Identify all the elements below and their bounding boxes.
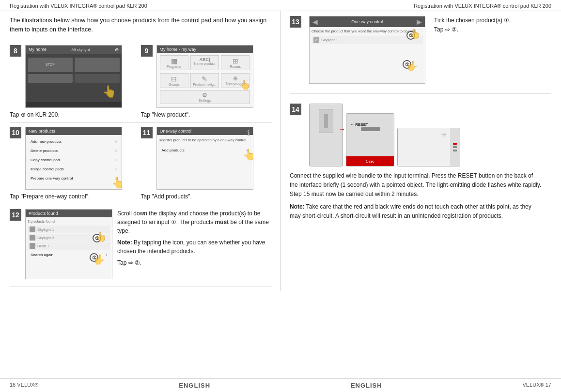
step-12-number: 12 xyxy=(10,209,21,221)
step10-menu-prepare: Prepare one-way control› 👆 xyxy=(28,174,120,182)
page-footer: 16 VELUX® ENGLISH ENGLISH VELUX® 17 xyxy=(0,378,561,392)
step14-caption-text: Connect the supplied wire bundle to the … xyxy=(290,171,542,199)
step-10-header: 10 New products Add new products› xyxy=(10,127,136,190)
step12-note-text: By tapping the icon, you can see whether… xyxy=(117,239,265,255)
step-12-image: Products found 3 products found Skylight… xyxy=(25,209,112,279)
step14-one-sec-label: 1 sec xyxy=(366,160,374,163)
step12-caption-main: Scroll down the display and choose the p… xyxy=(117,209,272,235)
footer-english-right: ENGLISH xyxy=(351,382,382,389)
step10-menu-delete: Delete products› xyxy=(28,147,120,155)
step-10-block: 10 New products Add new products› xyxy=(10,123,141,205)
step-8-number: 8 xyxy=(10,45,21,57)
step-10-caption: Tap "Prepare one-way control". xyxy=(10,193,136,201)
step14-note-label: Note: xyxy=(290,203,305,210)
step-9-image: My home - my way ▦ Programs ABC| xyxy=(156,45,253,108)
footer-left: 16 VELUX® xyxy=(10,382,38,389)
step-9-number: 9 xyxy=(141,45,153,57)
step-13-row: 13 ◀ One-way control ▶ Choose the produc… xyxy=(290,16,551,84)
step12-screen-title: Products found xyxy=(29,211,58,216)
page-header: Registration with VELUX INTEGRA® control… xyxy=(0,0,561,11)
step14-reset-label: ← RESET xyxy=(350,122,368,127)
step-14-number: 14 xyxy=(290,104,301,115)
step12-circle-1: ① xyxy=(90,253,98,262)
step-8-header: 8 My home All skylight ⊕ xyxy=(10,45,136,108)
step-12-header: 12 Products found 3 products found xyxy=(10,209,112,279)
step13-item-skylight1: ✓ Skylight 1 xyxy=(312,36,423,44)
step-13-image: ◀ One-way control ▶ Choose the product t… xyxy=(309,16,425,84)
step8-hand-icon: 👆 xyxy=(102,85,117,98)
step10-menu-copy: Copy control pad› xyxy=(28,156,120,164)
step-11-image: One-way control ℹ Register products to b… xyxy=(156,127,253,190)
step-11-number: 11 xyxy=(141,127,153,138)
step-12-text-block: Scroll down the display and choose the p… xyxy=(112,209,272,267)
left-column: The illustrations below show how you cho… xyxy=(0,11,281,291)
step-13-block: 13 ◀ One-way control ▶ Choose the produc… xyxy=(290,16,551,94)
step-14-block: 14 ← RESET xyxy=(290,101,551,221)
intro-text: The illustrations below show how you cho… xyxy=(10,16,272,34)
step-9-block: 9 My home - my way ▦ Programs xyxy=(141,41,272,123)
step14-fan-icon: ✳ xyxy=(441,130,447,139)
step-12-row: 12 Products found 3 products found xyxy=(10,209,272,286)
footer-right: VELUX® 17 xyxy=(523,382,551,389)
step12-item-skylight1: Skylight 1 xyxy=(28,226,110,233)
step11-menu-add: Add products› 👆 xyxy=(159,146,251,154)
step13-circle-1: ① xyxy=(403,60,411,69)
step-9-header: 9 My home - my way ▦ Programs xyxy=(141,45,267,108)
step13-screen-title: One-way control xyxy=(351,19,383,24)
step-14-row: 14 ← RESET xyxy=(290,104,551,166)
step10-menu-merge: Merge control pads› xyxy=(28,165,120,173)
step-11-header: 11 One-way control ℹ Register products t… xyxy=(141,127,267,190)
step12-note: Note: By tapping the icon, you can see w… xyxy=(117,238,272,256)
step-10-image: New products Add new products› Delete pr… xyxy=(25,127,122,190)
step12-must: must xyxy=(215,219,229,226)
step-8-block: 8 My home All skylight ⊕ xyxy=(10,41,141,123)
footer-english-left: ENGLISH xyxy=(179,382,210,389)
right-column: 13 ◀ One-way control ▶ Choose the produc… xyxy=(281,11,561,291)
step8-plus-icon: ⊕ xyxy=(115,47,119,52)
header-left: Registration with VELUX INTEGRA® control… xyxy=(10,3,147,9)
step8-screen-sub: All skylight xyxy=(72,47,90,52)
step-8-image: My home All skylight ⊕ STOP xyxy=(25,45,122,108)
step13-caption: Tick the chosen product(s) ①. Tap ⇨ ②. xyxy=(429,16,511,34)
step8-screen-title: My home xyxy=(29,47,47,52)
step-14-diagram: ← RESET 1 sec → xyxy=(309,104,460,166)
step12-tap: Tap ⇨ ②. xyxy=(117,258,272,267)
step12-item-blind1: Blind 1 xyxy=(28,242,110,250)
step9-screen-title: My home - my way xyxy=(160,47,197,52)
step14-note-full: Note: Take care that the red and black w… xyxy=(290,202,542,221)
step12-product-count: 3 products found xyxy=(28,219,110,225)
step10-menu-add: Add new products› xyxy=(28,137,120,146)
step13-circle-2: ② xyxy=(406,31,415,40)
step-14-caption-block: Connect the supplied wire bundle to the … xyxy=(290,171,542,221)
step8-icon-stop: STOP xyxy=(46,63,55,66)
step13-forward-icon: ▶ xyxy=(417,18,422,26)
step14-reset-btn xyxy=(361,127,380,131)
step11-info-icon: ℹ xyxy=(247,128,250,137)
step-10-number: 10 xyxy=(10,127,21,138)
steps-row-10-11: 10 New products Add new products› xyxy=(10,123,272,205)
step-8-caption: Tap ⊕ on KLR 200. xyxy=(10,111,136,119)
step11-screen-title: One-way control xyxy=(160,129,192,134)
step13-caption-line2: Tap ⇨ ②. xyxy=(434,25,511,34)
step11-description: Register products to be operated by a on… xyxy=(159,136,251,145)
step14-note-text: Take care that the red and black wire en… xyxy=(290,203,531,219)
step-9-caption: Tap "New product". xyxy=(141,111,267,119)
steps-row-8-9: 8 My home All skylight ⊕ xyxy=(10,41,272,123)
step14-arrow-icon: → xyxy=(339,125,345,133)
main-content: The illustrations below show how you cho… xyxy=(0,11,561,291)
step12-circle-2: ② xyxy=(93,234,101,242)
step13-back-icon: ◀ xyxy=(312,18,318,26)
header-right: Registration with VELUX INTEGRA® control… xyxy=(414,3,551,9)
step10-screen-title: New products xyxy=(29,129,55,134)
step-11-block: 11 One-way control ℹ Register products t… xyxy=(141,123,272,205)
step12-note-label: Note: xyxy=(117,239,132,246)
step-11-caption: Tap "Add products". xyxy=(141,193,267,201)
step-13-number: 13 xyxy=(290,16,301,28)
step13-caption-line1: Tick the chosen product(s) ①. xyxy=(434,16,511,25)
step-12-block: 12 Products found 3 products found xyxy=(10,209,112,279)
